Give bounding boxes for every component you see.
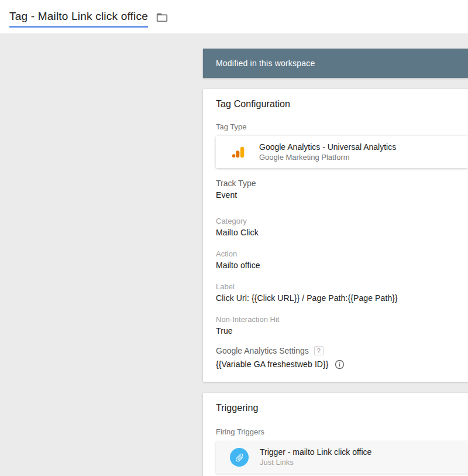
tag-configuration-heading: Tag Configuration <box>216 98 468 110</box>
page-header: Tag - Mailto Link click office <box>0 0 468 33</box>
google-analytics-icon <box>231 145 246 160</box>
content-column: Modified in this workspace Tag Configura… <box>203 33 468 476</box>
folder-icon[interactable] <box>155 11 169 25</box>
trigger-type: Just Links <box>260 458 371 467</box>
field-label: Category <box>216 217 468 225</box>
tag-type-name: Google Analytics - Universal Analytics <box>259 142 396 152</box>
trigger-text: Trigger - mailto Link click office Just … <box>260 447 371 467</box>
banner-text: Modified in this workspace <box>216 59 315 68</box>
field-value: Click Url: {{Click URL}} / Page Path:{{P… <box>216 293 468 303</box>
field-value: Mailto office <box>216 261 468 270</box>
help-icon[interactable]: ? <box>314 346 324 355</box>
tag-type-text: Google Analytics - Universal Analytics G… <box>259 142 396 162</box>
field-action: Action Mailto office <box>216 249 468 270</box>
workspace-status-banner: Modified in this workspace <box>203 49 468 78</box>
tag-type-label: Tag Type <box>216 122 468 131</box>
firing-trigger-item[interactable]: Trigger - mailto Link click office Just … <box>216 441 468 474</box>
field-label-param: Label Click Url: {{Click URL}} / Page Pa… <box>216 282 468 303</box>
triggering-card[interactable]: Triggering Firing Triggers Trigger - mai… <box>203 393 468 476</box>
tag-type-vendor: Google Marketing Platform <box>259 153 396 162</box>
tag-configuration-card[interactable]: Tag Configuration Tag Type Google Analyt… <box>203 89 468 382</box>
field-label: Track Type <box>216 179 468 188</box>
ga-settings-label: Google Analytics Settings <box>216 346 309 355</box>
field-category: Category Mailto Click <box>216 217 468 238</box>
link-paperclip-icon <box>230 448 249 467</box>
field-label: Label <box>216 282 468 291</box>
field-value: Event <box>216 190 468 200</box>
ga-settings-row: Google Analytics Settings ? <box>216 346 468 355</box>
firing-triggers-label: Firing Triggers <box>216 427 468 436</box>
trigger-name: Trigger - mailto Link click office <box>260 447 371 457</box>
field-value: Mailto Click <box>216 228 468 238</box>
field-non-interaction-hit: Non-Interaction Hit True <box>216 315 468 336</box>
tag-type-selector[interactable]: Google Analytics - Universal Analytics G… <box>216 136 468 168</box>
field-label: Non-Interaction Hit <box>216 315 468 324</box>
field-track-type: Track Type Event <box>216 179 468 200</box>
triggering-heading: Triggering <box>216 402 468 414</box>
ga-settings-value: {{Variable GA freshestweb ID}} <box>216 359 329 369</box>
info-circle-icon[interactable] <box>335 359 345 369</box>
ga-settings-value-row: {{Variable GA freshestweb ID}} <box>216 359 468 369</box>
page-title[interactable]: Tag - Mailto Link click office <box>9 9 148 28</box>
field-value: True <box>216 326 468 336</box>
field-label: Action <box>216 249 468 258</box>
